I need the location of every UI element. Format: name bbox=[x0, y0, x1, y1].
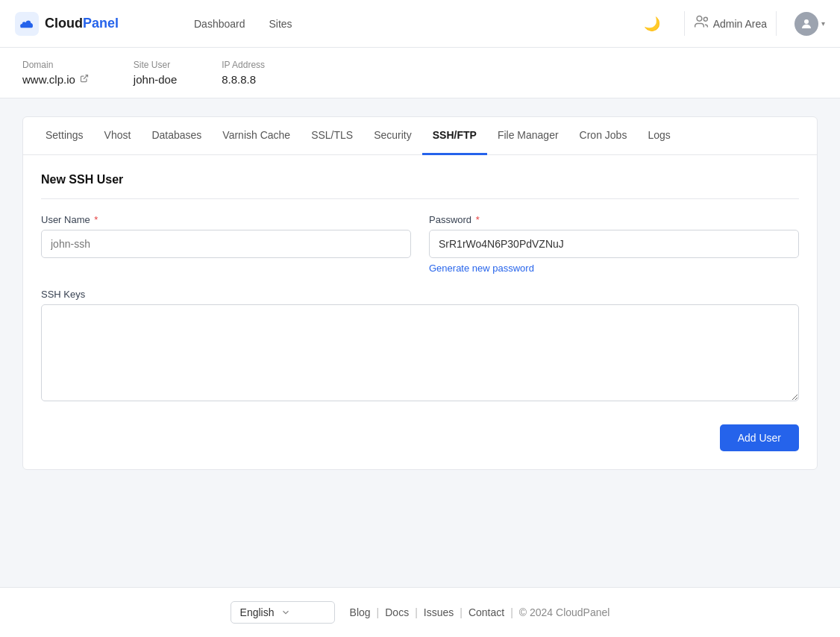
main-nav: Dashboard Sites bbox=[194, 15, 638, 33]
admin-area-link[interactable]: Admin Area bbox=[684, 11, 777, 36]
tab-settings[interactable]: Settings bbox=[35, 117, 94, 155]
nav-dashboard[interactable]: Dashboard bbox=[194, 15, 245, 33]
password-group: Password * Generate new password bbox=[429, 214, 799, 274]
chevron-down-icon bbox=[280, 607, 291, 618]
dark-mode-toggle[interactable]: 🌙 bbox=[638, 13, 666, 35]
svg-point-2 bbox=[703, 17, 707, 21]
add-user-button[interactable]: Add User bbox=[720, 424, 799, 451]
domain-info: Domain www.clp.io bbox=[22, 60, 89, 86]
ip-value: 8.8.8.8 bbox=[222, 73, 256, 86]
ssh-keys-input[interactable] bbox=[41, 304, 799, 401]
user-chevron-icon: ▾ bbox=[821, 19, 825, 28]
form-title: New SSH User bbox=[41, 173, 799, 199]
tab-ssl-tls[interactable]: SSL/TLS bbox=[301, 117, 363, 155]
user-menu[interactable]: ▾ bbox=[794, 12, 825, 36]
external-link-icon[interactable] bbox=[80, 74, 89, 85]
svg-point-3 bbox=[804, 19, 809, 24]
site-user-info: Site User john-doe bbox=[134, 60, 177, 86]
tab-security[interactable]: Security bbox=[363, 117, 422, 155]
footer-copyright: © 2024 CloudPanel bbox=[519, 606, 610, 618]
svg-point-1 bbox=[697, 16, 702, 22]
ip-info: IP Address 8.8.8.8 bbox=[222, 60, 265, 86]
tab-varnish-cache[interactable]: Varnish Cache bbox=[212, 117, 301, 155]
logo-text: CloudPanel bbox=[45, 16, 119, 31]
cloudpanel-logo-icon bbox=[15, 12, 39, 36]
admin-area-icon bbox=[694, 14, 709, 33]
svg-line-4 bbox=[84, 75, 88, 80]
footer-docs[interactable]: Docs bbox=[385, 606, 409, 618]
password-label: Password * bbox=[429, 214, 799, 225]
username-label: User Name * bbox=[41, 214, 411, 225]
domain-value: www.clp.io bbox=[22, 73, 75, 86]
site-info-bar: Domain www.clp.io Site User john-doe IP … bbox=[0, 48, 840, 98]
footer-blog[interactable]: Blog bbox=[350, 606, 371, 618]
header: CloudPanel Dashboard Sites 🌙 Admin Area … bbox=[0, 0, 840, 48]
language-label: English bbox=[240, 606, 275, 618]
ip-label: IP Address bbox=[222, 60, 265, 70]
main-content: Settings Vhost Databases Varnish Cache S… bbox=[0, 98, 840, 587]
site-user-value: john-doe bbox=[134, 73, 177, 86]
username-input[interactable] bbox=[41, 230, 411, 258]
logo[interactable]: CloudPanel bbox=[15, 12, 164, 36]
footer-issues[interactable]: Issues bbox=[424, 606, 454, 618]
language-selector[interactable]: English bbox=[231, 601, 335, 624]
admin-area-label: Admin Area bbox=[713, 18, 767, 30]
tab-ssh-ftp[interactable]: SSH/FTP bbox=[422, 117, 487, 155]
footer-contact[interactable]: Contact bbox=[468, 606, 504, 618]
tabs-container: Settings Vhost Databases Varnish Cache S… bbox=[22, 116, 818, 470]
tab-logs[interactable]: Logs bbox=[637, 117, 680, 155]
tab-bar: Settings Vhost Databases Varnish Cache S… bbox=[23, 117, 817, 155]
user-password-row: User Name * Password * Generate new pass… bbox=[41, 214, 799, 274]
username-group: User Name * bbox=[41, 214, 411, 274]
password-input[interactable] bbox=[429, 230, 799, 258]
site-user-label: Site User bbox=[134, 60, 177, 70]
ssh-keys-label: SSH Keys bbox=[41, 289, 799, 300]
user-avatar bbox=[794, 12, 818, 36]
header-right: 🌙 Admin Area ▾ bbox=[638, 11, 825, 36]
tab-vhost[interactable]: Vhost bbox=[94, 117, 142, 155]
footer: English Blog | Docs | Issues | Contact |… bbox=[0, 587, 840, 637]
tab-file-manager[interactable]: File Manager bbox=[487, 117, 569, 155]
nav-sites[interactable]: Sites bbox=[269, 15, 292, 33]
new-ssh-user-form: New SSH User User Name * Password * Gene… bbox=[23, 155, 817, 469]
tab-cron-jobs[interactable]: Cron Jobs bbox=[569, 117, 638, 155]
ssh-keys-group: SSH Keys bbox=[41, 289, 799, 404]
footer-links: Blog | Docs | Issues | Contact | © 2024 … bbox=[350, 606, 610, 618]
form-actions: Add User bbox=[41, 418, 799, 451]
domain-label: Domain bbox=[22, 60, 89, 70]
generate-password-link[interactable]: Generate new password bbox=[429, 263, 534, 274]
tab-databases[interactable]: Databases bbox=[141, 117, 212, 155]
